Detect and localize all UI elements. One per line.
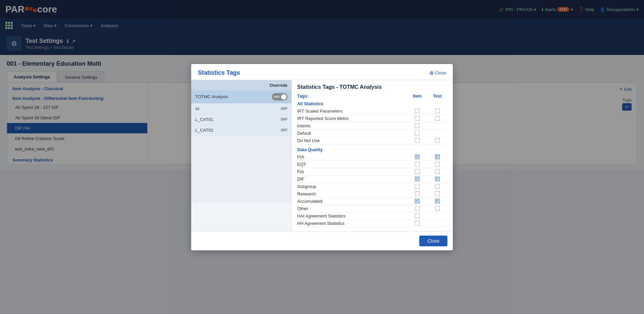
- tag-item-cb-3[interactable]: [407, 131, 427, 135]
- tag-row-irt-reported: IRT Reported Score Metric: [297, 115, 447, 122]
- tag-item-cb-pia[interactable]: [407, 154, 427, 159]
- modal-left-row-2[interactable]: L_CAT01 OFF: [191, 114, 291, 125]
- item-col-header: Item: [407, 93, 427, 99]
- modal-left-header: Override: [191, 80, 291, 90]
- modal-body: Override TOTMC Analysis OFF AI OFF: [191, 80, 453, 170]
- tag-item-cb-4[interactable]: [407, 138, 427, 143]
- tags-header: Tags: Item Test: [297, 93, 447, 99]
- test-col-header: Test: [427, 93, 447, 99]
- tag-test-cb-1[interactable]: [427, 116, 447, 121]
- toggle-text-2: OFF: [281, 118, 287, 121]
- statistics-tags-modal: Statistics Tags ⊕ Close Override TOTMC A…: [191, 64, 453, 170]
- modal-header: Statistics Tags ⊕ Close: [191, 64, 453, 80]
- tag-row-eqt: EQT: [297, 161, 447, 168]
- modal-right-title: Statistics Tags - TOTMC Analysis: [297, 84, 447, 90]
- toggle-text-1: OFF: [281, 107, 287, 111]
- toggle-text-3: OFF: [281, 128, 287, 132]
- modal-overlay: Statistics Tags ⊕ Close Override TOTMC A…: [0, 0, 644, 170]
- tag-item-cb-0[interactable]: [407, 109, 427, 113]
- tag-item-cb-fia[interactable]: [407, 169, 427, 170]
- tag-item-cb-1[interactable]: [407, 116, 427, 121]
- row-label-2: L_CAT01: [195, 117, 213, 122]
- tag-row-default: Default: [297, 130, 447, 137]
- tag-test-cb-eqt[interactable]: [427, 162, 447, 167]
- tag-test-cb-0[interactable]: [427, 109, 447, 113]
- circle-x-icon: ⊕: [429, 70, 434, 76]
- row-label-3: L_CAT02: [195, 128, 213, 133]
- section-data-quality: Data Quality: [297, 147, 447, 152]
- modal-left-empty: [191, 136, 291, 170]
- tag-row-fia: FIA: [297, 168, 447, 170]
- tag-test-cb-3[interactable]: [427, 131, 447, 135]
- tags-col-header: Tags:: [297, 93, 407, 99]
- modal-close-top-button[interactable]: ⊕ Close: [429, 70, 446, 76]
- toggle-knob-0: [281, 94, 286, 100]
- tag-row-pia: PIA: [297, 153, 447, 161]
- modal-right-panel: Statistics Tags - TOTMC Analysis Tags: I…: [292, 80, 453, 170]
- tag-test-cb-pia[interactable]: [427, 154, 447, 159]
- tag-item-cb-eqt[interactable]: [407, 162, 427, 167]
- tag-row-irt-scaled: IRT Scaled Parameters: [297, 108, 447, 115]
- modal-left-row-0[interactable]: TOTMC Analysis OFF: [191, 90, 291, 104]
- toggle-0[interactable]: OFF: [272, 93, 287, 101]
- row-label-0: TOTMC Analysis: [195, 94, 228, 99]
- tag-row-interim: Interim: [297, 122, 447, 130]
- row-label-1: AI: [195, 106, 199, 111]
- section-all-statistics: All Statistics: [297, 101, 447, 106]
- tag-test-cb-fia[interactable]: [427, 169, 447, 170]
- toggle-label-0: OFF: [274, 95, 280, 99]
- modal-left-row-3[interactable]: L_CAT02 OFF: [191, 125, 291, 136]
- tag-test-cb-4[interactable]: [427, 138, 447, 143]
- tag-row-donotuse: Do Not Use: [297, 137, 447, 144]
- modal-title: Statistics Tags: [198, 69, 240, 76]
- tag-item-cb-2[interactable]: [407, 123, 427, 128]
- modal-left-panel: Override TOTMC Analysis OFF AI OFF: [191, 80, 292, 170]
- tag-test-cb-2[interactable]: [427, 123, 447, 128]
- modal-left-row-1[interactable]: AI OFF: [191, 104, 291, 114]
